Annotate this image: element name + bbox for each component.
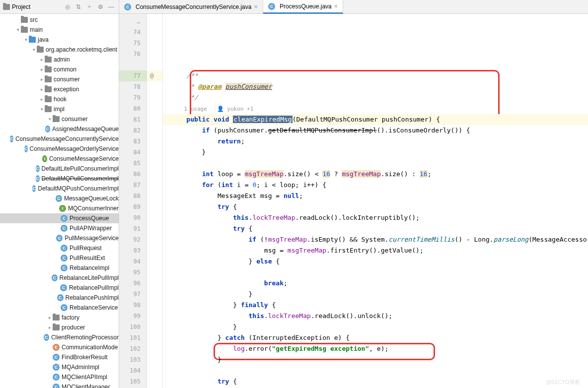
tree-row[interactable]: CPullAPIWrapper (0, 223, 119, 233)
tree-row[interactable]: CDefaultLitePullConsumerImpl (0, 164, 119, 174)
code-line[interactable]: msg = msgTreeMap.firstEntry().getValue()… (163, 245, 588, 256)
line-number: 78 (119, 81, 147, 92)
tree-row[interactable]: CRebalanceImpl (0, 263, 119, 273)
code-line[interactable] (163, 267, 588, 278)
collapse-icon[interactable]: ÷ (85, 2, 94, 11)
tree-row[interactable]: ▸admin (0, 55, 119, 65)
code-line[interactable]: return; (163, 136, 588, 147)
tree-row[interactable]: CConsumeMessageOrderlyService (0, 144, 119, 154)
expand-arrow-icon[interactable]: ▾ (39, 107, 45, 112)
code-line[interactable]: try { (163, 201, 588, 212)
target-icon[interactable]: ◎ (63, 2, 72, 11)
editor-tab[interactable]: CConsumeMessageConcurrentlyService.java× (119, 0, 263, 13)
code-line[interactable]: try { (163, 223, 588, 234)
tree-row[interactable]: ▸hook (0, 94, 119, 104)
code-line[interactable]: } (163, 147, 588, 158)
tree-row[interactable]: CRebalancePullImpl (0, 283, 119, 293)
expand-icon[interactable]: ⇅ (74, 2, 83, 11)
tree-row[interactable]: CPullMessageService (0, 233, 119, 243)
code-line[interactable]: } (163, 289, 588, 300)
tree-row[interactable]: ▸producer (0, 323, 119, 332)
folder-icon (45, 106, 52, 112)
code-line[interactable]: */ (163, 92, 588, 103)
tree-row[interactable]: ▾java (0, 35, 119, 45)
tree-row[interactable]: src (0, 15, 119, 25)
expand-arrow-icon[interactable]: ▾ (15, 27, 21, 32)
code-line[interactable]: log.error("getExpiredMsg exception", e); (163, 343, 588, 354)
tree-row[interactable]: CMQAdminImpl (0, 362, 119, 372)
hide-icon[interactable]: — (107, 2, 116, 11)
class-file-icon: C (36, 175, 40, 182)
expand-arrow-icon[interactable]: ▸ (39, 67, 45, 72)
tree-row[interactable]: IMQConsumerInner (0, 203, 119, 213)
close-icon[interactable]: × (254, 3, 258, 10)
code-line[interactable] (163, 365, 588, 376)
code-line[interactable]: } catch (InterruptedException e) { (163, 332, 588, 343)
tree-row[interactable]: CFindBrokerResult (0, 352, 119, 362)
code-line[interactable]: } (163, 322, 588, 332)
tree-row[interactable]: CProcessQueue (0, 213, 119, 223)
tree-row[interactable]: CRebalanceLitePullImpl (0, 273, 119, 283)
line-number: 83 (119, 136, 147, 147)
line-number (119, 60, 147, 70)
code-line[interactable]: /** (163, 70, 588, 81)
code-line[interactable]: } else { (163, 256, 588, 267)
tree-row[interactable]: CMQClientAPIImpl (0, 372, 119, 382)
expand-arrow-icon[interactable]: ▸ (39, 87, 45, 92)
tree-row[interactable]: ▾impl (0, 104, 119, 114)
tree-row[interactable]: ▸factory (0, 313, 119, 323)
tree-row[interactable]: CClientRemotingProcessor (0, 332, 119, 342)
tree-row[interactable]: ▾consumer (0, 114, 119, 124)
expand-arrow-icon[interactable]: ▸ (47, 315, 53, 320)
code-line[interactable]: MessageExt msg = null; (163, 191, 588, 201)
tree-row[interactable]: IConsumeMessageService (0, 154, 119, 164)
project-tree[interactable]: src▾main▾java▾org.apache.rocketmq.client… (0, 14, 119, 388)
expand-arrow-icon[interactable]: ▸ (39, 57, 45, 62)
tree-row[interactable]: CMessageQueueLock (0, 194, 119, 203)
code-line[interactable]: this.lockTreeMap.readLock().unlock(); (163, 311, 588, 322)
code-line[interactable]: try { (163, 376, 588, 387)
code-line[interactable]: } finally { (163, 300, 588, 311)
line-number: 90 (119, 212, 147, 223)
code-line[interactable]: if (pushConsumer.getDefaultMQPushConsume… (163, 125, 588, 136)
tree-row[interactable]: ECommunicationMode (0, 342, 119, 352)
code-line[interactable] (163, 158, 588, 169)
tree-row[interactable]: CRebalanceService (0, 303, 119, 313)
tree-row[interactable]: ▸exception (0, 84, 119, 94)
expand-arrow-icon[interactable]: ▸ (47, 325, 53, 330)
class-file-icon: C (61, 304, 68, 311)
expand-arrow-icon[interactable]: ▸ (39, 77, 45, 82)
expand-arrow-icon[interactable]: ▾ (47, 117, 53, 122)
tree-row[interactable]: ▾org.apache.rocketmq.client (0, 45, 119, 55)
tree-row[interactable]: CDefaultMQPushConsumerImpl (0, 184, 119, 194)
tree-row[interactable]: ▸common (0, 65, 119, 74)
editor-tab[interactable]: CProcessQueue.java× (263, 0, 343, 14)
code-line[interactable]: public void cleanExpiredMsg(DefaultMQPus… (163, 114, 588, 125)
expand-arrow-icon[interactable]: ▸ (39, 97, 45, 102)
tree-row[interactable]: CPullResultExt (0, 253, 119, 263)
code-line[interactable]: for (int i = 0; i < loop; i++) { (163, 180, 588, 191)
class-file-icon: C (60, 284, 67, 291)
tree-row[interactable]: CMQClientManager (0, 382, 119, 388)
close-icon[interactable]: × (334, 2, 338, 10)
code-line[interactable]: break; (163, 278, 588, 289)
tree-row[interactable]: CDefaultMQPullConsumerImpl (0, 174, 119, 184)
tree-row[interactable]: CConsumeMessageConcurrentlyService (0, 134, 119, 144)
code-line[interactable]: if (!msgTreeMap.isEmpty() && System.curr… (163, 234, 588, 245)
code-line[interactable]: 1 usage 👤 yukon +1 (163, 103, 588, 114)
tree-row[interactable]: CAssignedMessageQueue (0, 124, 119, 134)
tree-row[interactable]: ▸consumer (0, 74, 119, 84)
tree-label: RebalancePushImpl (66, 294, 119, 301)
settings-icon[interactable]: ⚙ (96, 2, 105, 11)
tree-row[interactable]: CRebalancePushImpl (0, 293, 119, 303)
code-line[interactable]: * @param pushConsumer (163, 81, 588, 92)
code-line[interactable]: this.lockTreeMap.readLock().lockInterrup… (163, 212, 588, 223)
expand-arrow-icon[interactable]: ▾ (31, 47, 37, 52)
code-line[interactable] (163, 60, 588, 70)
expand-arrow-icon[interactable]: ▾ (23, 37, 29, 42)
tree-row[interactable]: CPullRequest (0, 243, 119, 253)
code-body[interactable]: /** * @param pushConsumer */ 1 usage 👤 y… (163, 14, 588, 388)
code-line[interactable]: int loop = msgTreeMap.size() < 16 ? msgT… (163, 169, 588, 180)
tree-row[interactable]: ▾main (0, 25, 119, 35)
code-line[interactable]: } (163, 354, 588, 365)
